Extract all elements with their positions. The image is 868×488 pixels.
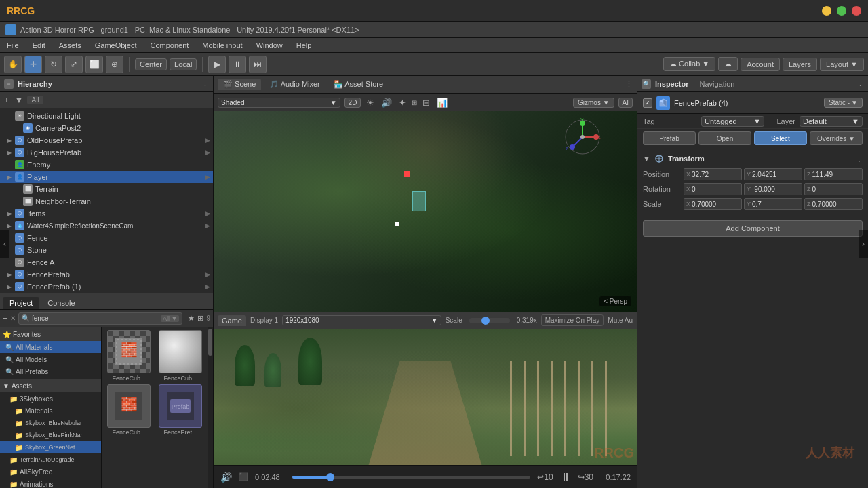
scene-audio-btn[interactable]: 🔊	[380, 98, 393, 108]
pause-btn[interactable]: ⏸	[229, 56, 246, 73]
tree-enemy[interactable]: 👤 Enemy	[0, 159, 213, 171]
scene-vr-btn[interactable]: ⊞	[412, 99, 417, 106]
add-component-btn[interactable]: Add Component	[643, 220, 863, 237]
collab-btn[interactable]: ☁ Collab ▼	[663, 57, 715, 71]
2d-btn[interactable]: 2D	[344, 98, 361, 108]
tree-all-materials[interactable]: 🔍 All Materials	[0, 341, 101, 353]
static-badge[interactable]: Static - ▼	[824, 98, 863, 108]
tool-transform[interactable]: ⊕	[106, 56, 123, 73]
tree-camerapost2[interactable]: ◉ CameraPost2	[0, 122, 213, 134]
tree-bighouseprefab[interactable]: ▶ ⬡ BigHousePrefab ▶	[0, 146, 213, 159]
scale-thumb[interactable]	[481, 317, 490, 325]
obj-active-checkbox[interactable]: ✓	[643, 98, 652, 108]
search-input[interactable]	[32, 314, 161, 322]
pivot-label[interactable]: Center	[135, 58, 167, 70]
project-close-btn[interactable]: ✕	[10, 314, 16, 322]
transform-expand[interactable]: ▼	[643, 155, 650, 163]
hierarchy-menu-btn[interactable]: ⋮	[201, 79, 209, 88]
project-add-btn[interactable]: +	[3, 314, 7, 323]
scene-light-btn[interactable]: ☀	[365, 98, 376, 108]
tab-navigation[interactable]: Navigation	[700, 80, 735, 88]
scene-fx-btn[interactable]: ✦	[397, 98, 408, 108]
tree-oldhouseprefab[interactable]: ▶ ⬡ OldHousePrefab ▶	[0, 134, 213, 146]
layout-btn[interactable]: Layout ▼	[820, 58, 864, 71]
nav-right-arrow[interactable]: ›	[859, 230, 868, 258]
tab-audio-mixer[interactable]: 🎵 Audio Mixer	[264, 79, 326, 90]
account-btn[interactable]: Account	[741, 58, 780, 71]
project-scrollbar[interactable]	[208, 327, 213, 488]
rotation-y[interactable]: Y -90.000	[744, 183, 802, 195]
scale-y[interactable]: Y 0.7	[744, 198, 802, 210]
project-star-btn[interactable]: ★	[188, 314, 195, 323]
select-btn[interactable]: Select	[754, 131, 807, 145]
tree-player[interactable]: ▶ 👤 Player ▶	[0, 171, 213, 183]
minimize-btn[interactable]	[822, 6, 831, 16]
menu-mobile-input[interactable]: Mobile input	[199, 40, 245, 51]
asset-fencepref[interactable]: Prefab FencePref...	[156, 384, 205, 436]
step-btn[interactable]: ⏭	[249, 56, 267, 73]
tab-project[interactable]: Project	[3, 297, 39, 309]
transform-menu[interactable]: ⋮	[856, 155, 863, 163]
project-options-btn[interactable]: ⊞	[197, 314, 203, 323]
tool-rotate[interactable]: ↻	[45, 56, 62, 73]
position-z[interactable]: Z 111.49	[804, 168, 863, 180]
position-x[interactable]: X 32.72	[684, 168, 742, 180]
tag-dropdown[interactable]: Untagged ▼	[701, 116, 764, 127]
menu-help[interactable]: Help	[294, 40, 315, 51]
nav-left-arrow[interactable]: ‹	[0, 230, 9, 258]
tree-directional-light[interactable]: ☀ Directional Light	[0, 110, 213, 122]
volume-icon[interactable]: 🔊	[220, 472, 232, 483]
display-label[interactable]: Display 1	[250, 317, 278, 324]
tree-fenceprefab1[interactable]: ▶ ⬡ FencePrefab (1) ▶	[0, 281, 213, 293]
tree-allskyfree[interactable]: 📁 AllSkyFree	[0, 466, 101, 478]
scene-viewport[interactable]: X Y Z < Persp	[214, 111, 637, 312]
inspector-menu-btn[interactable]: ⋮	[856, 79, 864, 88]
menu-component[interactable]: Component	[147, 40, 191, 51]
menu-file[interactable]: File	[4, 40, 22, 51]
menu-window[interactable]: Window	[254, 40, 285, 51]
scale-x[interactable]: X 0.70000	[684, 198, 742, 210]
tree-animations[interactable]: 📁 Animations	[0, 478, 101, 488]
tab-scene[interactable]: 🎬 Scene	[218, 79, 261, 90]
tree-fence[interactable]: ⬡ Fence	[0, 232, 213, 244]
search-all-btn[interactable]: All ▼	[161, 315, 179, 322]
menu-gameobject[interactable]: GameObject	[92, 40, 140, 51]
tree-3skyboxes[interactable]: 📁 3Skyboxes	[0, 392, 101, 405]
tree-water4[interactable]: ▶ 💧 Water4SimpleReflectionSceneCam ▶	[0, 220, 213, 232]
tab-asset-store[interactable]: 🏪 Asset Store	[328, 79, 389, 90]
space-label[interactable]: Local	[170, 58, 197, 70]
tree-all-prefabs[interactable]: 🔍 All Prefabs	[0, 365, 101, 378]
video-forward30-btn[interactable]: ↪30	[578, 472, 593, 482]
scale-z[interactable]: Z 0.70000	[804, 198, 863, 210]
asset-fencecub3[interactable]: 🧱 FenceCub...	[104, 384, 153, 436]
rotation-z[interactable]: Z 0	[804, 183, 863, 195]
tree-skybox-green-net[interactable]: 📁 Skybox_GreenNet...	[0, 441, 101, 453]
tool-scale[interactable]: ⤢	[65, 56, 83, 73]
tree-stone[interactable]: ⬡ Stone	[0, 244, 213, 256]
mute-label[interactable]: Mute Au	[608, 317, 633, 324]
tool-move[interactable]: ✛	[24, 56, 42, 73]
favorites-header[interactable]: ⭐ Favorites	[0, 327, 101, 341]
project-scroll-thumb[interactable]	[208, 329, 212, 356]
tree-all-models[interactable]: 🔍 All Models	[0, 353, 101, 365]
maximize-on-play[interactable]: Maximize On Play	[541, 314, 604, 326]
layers-btn[interactable]: Layers	[783, 58, 817, 71]
ai-btn[interactable]: AI	[618, 98, 633, 108]
nav-right[interactable]: ›	[859, 230, 868, 258]
asset-fencecub1[interactable]: 🧱 FenceCub...	[104, 330, 153, 382]
video-progress-bar[interactable]	[292, 476, 530, 479]
scale-slider[interactable]	[469, 318, 510, 323]
hierarchy-dropdown-btn[interactable]: ▼	[14, 95, 25, 105]
shading-dropdown[interactable]: Shaded ▼	[218, 98, 340, 108]
scene-grid-btn[interactable]: ⊟	[421, 98, 431, 108]
tree-skybox-blue-nebular[interactable]: 📁 Skybox_BlueNebular	[0, 417, 101, 429]
menu-edit[interactable]: Edit	[30, 40, 48, 51]
video-pause-btn[interactable]: ⏸	[560, 471, 571, 483]
position-y[interactable]: Y 2.04251	[744, 168, 802, 180]
gizmos-btn[interactable]: Gizmos ▼	[573, 98, 614, 108]
subtitle-icon[interactable]: ⬛	[239, 472, 248, 481]
tree-terrain-auto[interactable]: 📁 TerrainAutoUpgrade	[0, 453, 101, 466]
tree-fence-a[interactable]: ⬡ Fence A	[0, 256, 213, 268]
video-progress-dot[interactable]	[326, 473, 334, 481]
hierarchy-add-btn[interactable]: +	[3, 95, 11, 105]
